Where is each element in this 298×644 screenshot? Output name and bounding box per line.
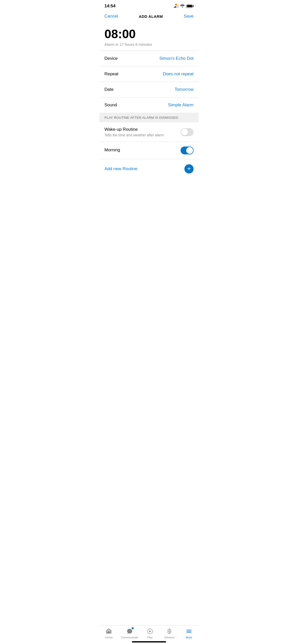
alarm-time-section: 08:00 Alarm in 17 hours 6 minutes — [99, 23, 199, 51]
wakeup-routine-row: Wake-up Routine Tells the time and weath… — [99, 122, 199, 142]
morning-routine-row: Morning — [99, 142, 199, 159]
date-value: Tomorrow — [174, 87, 194, 92]
wakeup-toggle-knob — [181, 129, 188, 136]
add-routine-text: Add new Routine — [104, 166, 137, 171]
wakeup-routine-desc: Tells the time and weather after alarm — [104, 133, 177, 137]
save-button[interactable]: Save — [184, 14, 194, 19]
alarm-subtitle: Alarm in 17 hours 6 minutes — [104, 42, 194, 47]
device-value: Simon's Echo Dot — [159, 56, 194, 61]
sound-label: Sound — [104, 103, 117, 108]
morning-routine-info: Morning — [104, 148, 181, 154]
battery-icon — [186, 5, 194, 8]
device-label: Device — [104, 56, 118, 61]
wakeup-routine-info: Wake-up Routine Tells the time and weath… — [104, 127, 181, 137]
alarm-time[interactable]: 08:00 — [104, 28, 194, 40]
morning-routine-toggle[interactable] — [181, 147, 194, 154]
repeat-label: Repeat — [104, 71, 118, 77]
repeat-value: Does not repeat — [163, 71, 194, 77]
status-time: 14:54 — [104, 4, 115, 9]
date-row[interactable]: Date Tomorrow — [99, 82, 199, 97]
morning-toggle-knob — [186, 147, 193, 154]
sound-value: Simple Alarm — [168, 103, 194, 108]
sound-row[interactable]: Sound Simple Alarm — [99, 97, 199, 113]
morning-routine-title: Morning — [104, 148, 177, 153]
nav-header: Cancel ADD ALARM Save — [99, 11, 199, 23]
device-row[interactable]: Device Simon's Echo Dot — [99, 51, 199, 66]
cancel-button[interactable]: Cancel — [104, 14, 118, 19]
date-label: Date — [104, 87, 114, 92]
wakeup-routine-toggle[interactable] — [181, 128, 194, 136]
page-title: ADD ALARM — [139, 14, 163, 19]
add-routine-button[interactable]: + — [184, 164, 194, 173]
section-header-text: PLAY ROUTINE AFTER ALARM IS DISMISSED — [104, 116, 178, 120]
wifi-icon — [180, 4, 185, 8]
status-bar: 14:54 — [99, 0, 199, 11]
orange-dot — [175, 4, 177, 6]
plus-icon: + — [187, 166, 191, 172]
repeat-row[interactable]: Repeat Does not repeat — [99, 66, 199, 82]
routine-section-header: PLAY ROUTINE AFTER ALARM IS DISMISSED — [99, 113, 199, 122]
wakeup-routine-title: Wake-up Routine — [104, 127, 177, 132]
add-routine-row[interactable]: Add new Routine + — [99, 159, 199, 179]
